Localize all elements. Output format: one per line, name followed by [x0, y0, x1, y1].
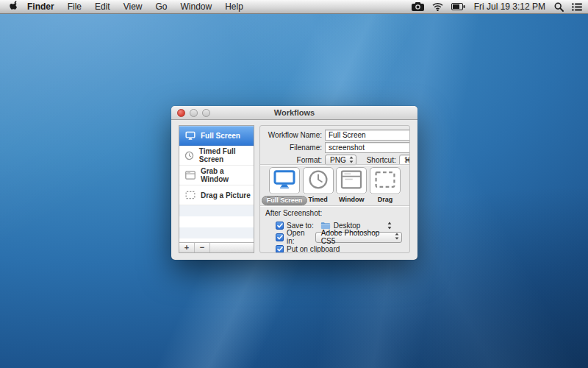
workflow-name-label: Workflow Name: [260, 131, 322, 139]
spotlight-icon[interactable] [554, 2, 564, 12]
workflow-detail-panel: Workflow Name: Filename: Format: [259, 125, 410, 253]
capture-mode-section: Full Screen Timed [260, 165, 409, 205]
menu-edit[interactable]: Edit [88, 0, 117, 13]
close-button[interactable] [177, 109, 185, 117]
remove-workflow-button[interactable]: − [195, 243, 210, 252]
desktop-wallpaper: Finder File Edit View Go Window Help Fri… [0, 0, 588, 368]
after-screenshot-section: After Screenshot: Save to: Desktop [260, 206, 409, 253]
mode-label: Full Screen [262, 196, 308, 205]
add-workflow-button[interactable]: + [179, 243, 195, 252]
clock-icon [184, 151, 195, 160]
selection-icon [184, 191, 196, 199]
mode-full-screen[interactable]: Full Screen [269, 167, 300, 205]
mode-drag[interactable]: Drag [370, 167, 401, 205]
window-icon [184, 171, 196, 180]
menu-finder[interactable]: Finder [22, 0, 61, 13]
workflow-list: Full Screen Timed Full Screen Grab a Win… [179, 125, 254, 253]
format-label: Format: [260, 156, 322, 164]
open-in-row: Open in: Adobe Photoshop CS5 [265, 231, 402, 243]
format-value: PNG [330, 156, 346, 164]
open-in-label: Open in: [287, 229, 312, 245]
menu-view[interactable]: View [117, 0, 149, 13]
zoom-button [202, 109, 210, 117]
camera-icon[interactable] [412, 2, 424, 11]
list-footer: + − [179, 242, 254, 252]
workflow-item-label: Timed Full Screen [199, 147, 254, 163]
workflow-item-full-screen[interactable]: Full Screen [179, 126, 254, 146]
workflow-name-input[interactable] [325, 130, 410, 141]
open-in-checkbox[interactable] [276, 233, 284, 241]
menu-window[interactable]: Window [174, 0, 219, 13]
save-to-label: Save to: [287, 222, 314, 230]
open-in-value: Adobe Photoshop CS5 [321, 229, 390, 245]
menu-bar: Finder File Edit View Go Window Help Fri… [0, 0, 588, 14]
filename-label: Filename: [260, 144, 322, 152]
selection-icon [374, 171, 396, 191]
empty-list-area [179, 205, 254, 242]
workflow-item-drag-a-picture[interactable]: Drag a Picture [179, 185, 254, 205]
save-to-value[interactable]: Desktop [334, 222, 361, 230]
minimize-button [190, 109, 198, 117]
workflows-window: Workflows Full Screen Timed Full Screen [171, 106, 417, 260]
window-titlebar[interactable]: Workflows [171, 106, 417, 120]
window-icon [340, 170, 362, 192]
clock-icon [308, 169, 329, 193]
apple-logo-icon [10, 0, 19, 13]
fields-section: Workflow Name: Filename: Format: [260, 126, 409, 164]
mode-label: Drag [378, 196, 393, 203]
menu-go[interactable]: Go [149, 0, 174, 13]
workflow-item-label: Drag a Picture [201, 191, 251, 199]
folder-icon [320, 222, 331, 230]
mode-label: Window [339, 196, 364, 203]
menu-help[interactable]: Help [218, 0, 250, 13]
workflow-item-label: Grab a Window [201, 167, 254, 183]
save-to-popup-arrows-icon[interactable] [387, 222, 392, 230]
workflow-item-label: Full Screen [201, 132, 240, 140]
mode-label: Timed [308, 196, 327, 203]
after-screenshot-heading: After Screenshot: [265, 209, 402, 217]
battery-icon[interactable] [451, 3, 465, 10]
mode-timed[interactable]: Timed [303, 167, 334, 205]
display-icon [184, 131, 196, 141]
apple-menu[interactable] [6, 0, 22, 13]
popup-arrows-icon [349, 156, 354, 165]
shortcut-value: ⌘B [404, 156, 410, 164]
clipboard-checkbox[interactable] [276, 245, 284, 253]
mode-window[interactable]: Window [336, 167, 367, 205]
workflow-item-grab-a-window[interactable]: Grab a Window [179, 166, 254, 185]
popup-arrows-icon [395, 233, 399, 241]
save-to-checkbox[interactable] [276, 222, 284, 230]
shortcut-label: Shortcut: [367, 156, 396, 164]
workflow-item-timed-full-screen[interactable]: Timed Full Screen [179, 146, 254, 166]
filename-input[interactable] [325, 142, 410, 153]
wifi-icon[interactable] [432, 2, 443, 11]
display-icon [273, 170, 295, 192]
menu-clock[interactable]: Fri Jul 19 3:12 PM [473, 1, 546, 12]
notification-center-icon[interactable] [572, 3, 582, 11]
open-in-popup[interactable]: Adobe Photoshop CS5 [315, 232, 402, 243]
menu-file[interactable]: File [61, 0, 88, 13]
clipboard-label: Put on clipboard [287, 245, 340, 253]
